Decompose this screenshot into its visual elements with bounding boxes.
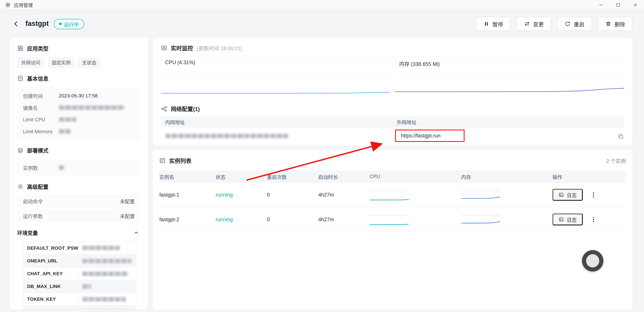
kv-row-start-command: 启动命令 未配置	[17, 195, 140, 207]
memory-usage-line-chart	[395, 69, 624, 98]
document-icon	[17, 75, 24, 81]
section-basic-info: 基本信息	[17, 74, 140, 82]
created-time-value: 2023-05-30 17:58	[59, 93, 98, 98]
env-row: TOKEN_KEY	[24, 292, 136, 305]
pause-icon	[484, 21, 489, 27]
delete-button-label: 删除	[614, 20, 625, 28]
env-row: CHAT_API_KEY	[24, 267, 136, 280]
monitor-icon	[161, 45, 167, 51]
instance-list-header: 实例列表 2 个实例	[159, 156, 626, 165]
back-button[interactable]	[12, 19, 21, 28]
col-cpu: CPU	[370, 174, 461, 179]
instance-status: running	[216, 217, 267, 222]
instance-status: running	[216, 192, 267, 198]
col-instance-name: 实例名	[159, 173, 216, 180]
instance-name: fastgpt-1	[159, 192, 216, 198]
col-operations: 操作	[552, 173, 626, 180]
instance-list-title: 实例列表	[169, 156, 192, 165]
instance-cpu-sparkline	[370, 188, 409, 202]
info-label: Limit Memory	[23, 128, 59, 134]
minimize-icon	[598, 2, 603, 7]
kv-value: 未配置	[120, 197, 135, 205]
memory-chart-column: 内存 (338.655 Mi)	[395, 56, 624, 99]
cpu-usage-line-chart	[161, 67, 390, 96]
header-actions: 暂停 变更 重启 删除	[476, 17, 632, 31]
env-value	[79, 259, 136, 263]
instance-restarts: 0	[267, 192, 318, 198]
monitor-header: 实时监控 (更新时间 18:06:01)	[161, 44, 624, 52]
section-deploy-mode: 部署模式	[17, 146, 140, 154]
cpu-sparkline-chart	[370, 188, 409, 202]
external-address-column-header: 外网地址	[393, 118, 624, 125]
app-window: 应用管理 fastgpt 运行中 暂	[0, 0, 644, 312]
minimize-button[interactable]	[592, 0, 610, 10]
col-memory: 内存	[461, 173, 552, 180]
internal-address-cell	[161, 133, 393, 138]
change-button-label: 变更	[533, 20, 544, 28]
network-config-header: 网络配置(1)	[161, 104, 624, 113]
close-button[interactable]	[627, 0, 644, 10]
section-advanced-config-title: 高级配置	[27, 183, 48, 191]
env-collapse-toggle[interactable]	[131, 228, 140, 237]
instance-uptime: 4h27m	[318, 217, 370, 222]
internal-address-column-header: 内网地址	[161, 118, 393, 125]
basic-info-block: 创建时间 2023-05-30 17:58 镜像名 Limit CPU Limi…	[17, 87, 140, 140]
more-actions-button[interactable]	[589, 214, 598, 225]
env-key: DEFAULT_ROOT_PSW	[24, 241, 79, 254]
deploy-mode-block: 实例数	[17, 159, 140, 176]
env-value	[79, 271, 136, 276]
external-address-cell: https://fastgpt.run	[393, 129, 624, 142]
network-table: 内网地址 外网地址 https://fastgpt.run	[161, 116, 624, 144]
redacted-limit-cpu	[59, 117, 76, 122]
env-row: FILE_TOKEN_KEY	[24, 305, 136, 309]
log-button[interactable]: 日志	[552, 189, 583, 201]
instance-name: fastgpt-2	[159, 217, 216, 222]
external-url-link[interactable]: https://fastgpt.run	[401, 133, 441, 139]
kebab-menu-icon	[590, 192, 597, 198]
status-badge: 运行中	[54, 19, 84, 29]
env-row: ONEAPI_URL	[24, 254, 136, 267]
more-actions-button[interactable]	[589, 189, 598, 200]
instance-table: 实例名 状态 重启次数 启动时长 CPU 内存 操作 fastgpt-1 run…	[159, 170, 626, 232]
restart-button[interactable]: 重启	[557, 17, 592, 31]
monitor-title: 实时监控	[171, 44, 193, 52]
env-row: DB_MAX_LINK	[24, 280, 136, 292]
window-title: 应用管理	[14, 2, 33, 8]
chevron-left-icon	[13, 21, 19, 27]
change-button[interactable]: 变更	[517, 17, 551, 31]
section-basic-info-title: 基本信息	[27, 74, 48, 82]
instance-restarts: 0	[267, 217, 318, 222]
delete-button[interactable]: 删除	[598, 17, 632, 31]
log-button[interactable]: 日志	[552, 214, 583, 225]
network-icon	[161, 105, 167, 112]
network-table-header: 内网地址 外网地址	[161, 116, 624, 127]
copy-url-button[interactable]	[617, 132, 624, 140]
instance-cpu-sparkline	[370, 213, 409, 226]
redacted-env-value	[82, 246, 120, 250]
redacted-image-name	[59, 105, 124, 110]
restart-icon	[565, 21, 570, 27]
cpu-sparkline-chart	[370, 213, 409, 226]
env-row: DEFAULT_ROOT_PSW	[24, 241, 136, 254]
env-key: ONEAPI_URL	[24, 255, 79, 267]
maximize-button[interactable]	[610, 0, 627, 10]
instance-memory-sparkline	[461, 188, 500, 202]
instance-count: 2 个实例	[606, 157, 626, 165]
restart-button-label: 重启	[574, 20, 584, 28]
log-button-label: 日志	[567, 191, 577, 198]
section-app-type-title: 应用类型	[27, 44, 48, 52]
info-row-limit-memory: Limit Memory	[23, 125, 135, 137]
kebab-menu-icon	[590, 216, 597, 223]
instance-operations: 日志	[552, 214, 626, 225]
memory-chart-label: 内存 (338.655 Mi)	[395, 56, 624, 69]
trash-icon	[606, 21, 611, 27]
col-uptime: 启动时长	[318, 173, 370, 180]
kv-row-run-params: 运行参数 未配置	[17, 209, 140, 222]
cpu-chart-column: CPU (4.31%)	[161, 56, 390, 99]
advanced-config-rows: 启动命令 未配置 运行参数 未配置	[17, 195, 140, 222]
pause-button[interactable]: 暂停	[476, 17, 511, 31]
env-key: DB_MAX_LINK	[24, 280, 79, 292]
instance-table-header: 实例名 状态 重启次数 启动时长 CPU 内存 操作	[159, 170, 626, 183]
env-vars-title: 环境变量	[17, 229, 38, 236]
env-key: CHAT_API_KEY	[24, 267, 79, 280]
